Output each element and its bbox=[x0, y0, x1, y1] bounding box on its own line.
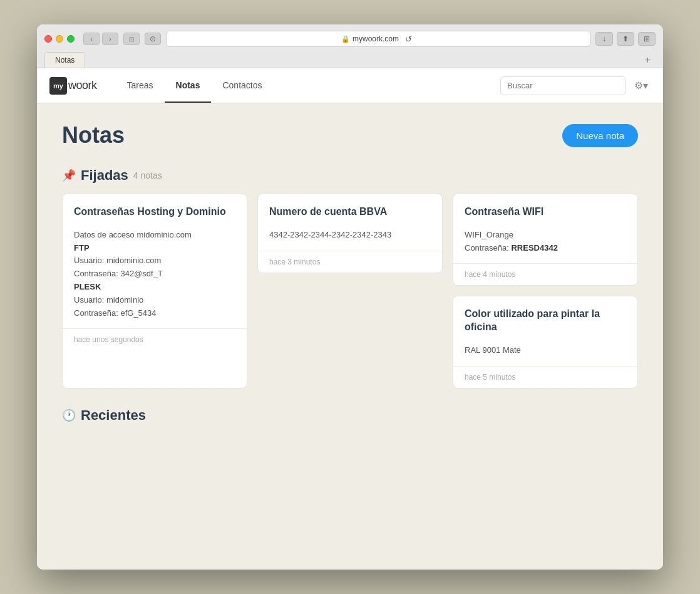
logo[interactable]: my woork bbox=[49, 77, 97, 95]
note-card-color-content: RAL 9001 Mate bbox=[465, 344, 626, 357]
maximize-button[interactable] bbox=[67, 35, 75, 43]
titlebar: ‹ › ⊡ ⊙ 🔒 mywoork.com ↺ ↓ ⬆ ⊞ bbox=[44, 31, 656, 47]
logo-word-text: woork bbox=[68, 79, 97, 92]
back-button[interactable]: ‹ bbox=[83, 33, 100, 45]
notes-grid: Contraseñas Hosting y Dominio Datos de a… bbox=[62, 194, 638, 388]
tab-bar: Notas + bbox=[44, 52, 656, 68]
note-card-hosting-timestamp: hace unos segundos bbox=[63, 328, 247, 350]
note-card-hosting[interactable]: Contraseñas Hosting y Dominio Datos de a… bbox=[62, 194, 247, 388]
nav-tareas[interactable]: Tareas bbox=[116, 68, 165, 103]
active-tab[interactable]: Notas bbox=[44, 52, 85, 68]
app-nav: my woork Tareas Notas Contactos ⚙▾ bbox=[37, 68, 663, 103]
browser-window: ‹ › ⊡ ⊙ 🔒 mywoork.com ↺ ↓ ⬆ ⊞ Notas bbox=[37, 24, 663, 570]
browser-chrome: ‹ › ⊡ ⊙ 🔒 mywoork.com ↺ ↓ ⬆ ⊞ Notas bbox=[37, 24, 663, 68]
minimize-button[interactable] bbox=[56, 35, 63, 43]
action-buttons: ↓ ⬆ ⊞ bbox=[595, 32, 656, 46]
note-card-bbva[interactable]: Numero de cuenta BBVA 4342-2342-2344-234… bbox=[257, 194, 443, 273]
nav-right: ⚙▾ bbox=[500, 76, 651, 95]
nav-contactos[interactable]: Contactos bbox=[211, 68, 273, 103]
fullscreen-button[interactable]: ⊞ bbox=[638, 32, 656, 46]
page-title: Notas bbox=[62, 122, 125, 148]
logo-box: my bbox=[49, 77, 67, 95]
note-card-hosting-title: Contraseñas Hosting y Dominio bbox=[74, 206, 235, 219]
pinned-title: Fijadas bbox=[81, 167, 128, 184]
clock-icon: 🕐 bbox=[62, 409, 76, 422]
note-card-bbva-body: Numero de cuenta BBVA 4342-2342-2344-234… bbox=[258, 194, 442, 251]
lock-icon: 🔒 bbox=[341, 35, 350, 43]
close-button[interactable] bbox=[44, 35, 52, 43]
note-card-bbva-timestamp: hace 3 minutos bbox=[258, 251, 442, 273]
page-header: Notas Nueva nota bbox=[62, 122, 638, 148]
notes-column-right: Contraseña WIFI WIFI_Orange Contraseña: … bbox=[453, 194, 638, 388]
pinned-section-header: 📌 Fijadas 4 notas bbox=[62, 167, 638, 184]
note-card-bbva-content: 4342-2342-2344-2342-2342-2343 bbox=[269, 229, 431, 242]
note-card-color[interactable]: Color utilizado para pintar la oficina R… bbox=[453, 296, 638, 388]
logo-my-text: my bbox=[53, 82, 63, 90]
note-card-wifi[interactable]: Contraseña WIFI WIFI_Orange Contraseña: … bbox=[453, 194, 638, 286]
download-button[interactable]: ↓ bbox=[595, 32, 613, 46]
pinned-count: 4 notas bbox=[133, 170, 162, 180]
note-card-bbva-title: Numero de cuenta BBVA bbox=[269, 206, 431, 219]
pin-icon: 📌 bbox=[62, 169, 76, 182]
note-card-hosting-body: Contraseñas Hosting y Dominio Datos de a… bbox=[63, 194, 247, 328]
note-card-wifi-timestamp: hace 4 minutos bbox=[453, 263, 637, 285]
note-card-wifi-body: Contraseña WIFI WIFI_Orange Contraseña: … bbox=[453, 194, 637, 263]
traffic-lights bbox=[44, 35, 75, 43]
note-card-color-timestamp: hace 5 minutos bbox=[453, 366, 637, 388]
recent-section-header: 🕐 Recientes bbox=[62, 407, 638, 424]
main-content: Notas Nueva nota 📌 Fijadas 4 notas Contr… bbox=[37, 103, 663, 452]
url-text: mywoork.com bbox=[353, 34, 399, 43]
address-bar-row: 🔒 mywoork.com ↺ bbox=[166, 31, 590, 47]
camera-button[interactable]: ⊙ bbox=[145, 33, 161, 45]
new-tab-button[interactable]: + bbox=[640, 53, 656, 68]
note-card-color-body: Color utilizado para pintar la oficina R… bbox=[453, 296, 637, 365]
nav-links: Tareas Notas Contactos bbox=[116, 68, 274, 103]
address-bar[interactable]: 🔒 mywoork.com ↺ bbox=[166, 31, 590, 47]
recent-title: Recientes bbox=[81, 407, 146, 424]
nav-buttons: ‹ › bbox=[83, 33, 118, 45]
forward-button[interactable]: › bbox=[102, 33, 118, 45]
note-card-color-title: Color utilizado para pintar la oficina bbox=[465, 308, 626, 334]
search-input[interactable] bbox=[500, 76, 625, 95]
app-content: my woork Tareas Notas Contactos ⚙▾ Notas… bbox=[37, 68, 663, 570]
note-card-wifi-title: Contraseña WIFI bbox=[465, 206, 626, 219]
note-card-wifi-content: WIFI_Orange Contraseña: RRESD4342 bbox=[465, 229, 626, 255]
share-button[interactable]: ⬆ bbox=[617, 32, 634, 46]
note-card-hosting-content: Datos de acceso midominio.com FTP Usuari… bbox=[74, 229, 235, 320]
new-note-button[interactable]: Nueva nota bbox=[562, 124, 638, 147]
settings-button[interactable]: ⚙▾ bbox=[632, 76, 651, 95]
tab-view-button[interactable]: ⊡ bbox=[123, 33, 140, 45]
nav-notas[interactable]: Notas bbox=[165, 68, 212, 103]
reload-button[interactable]: ↺ bbox=[401, 32, 415, 46]
